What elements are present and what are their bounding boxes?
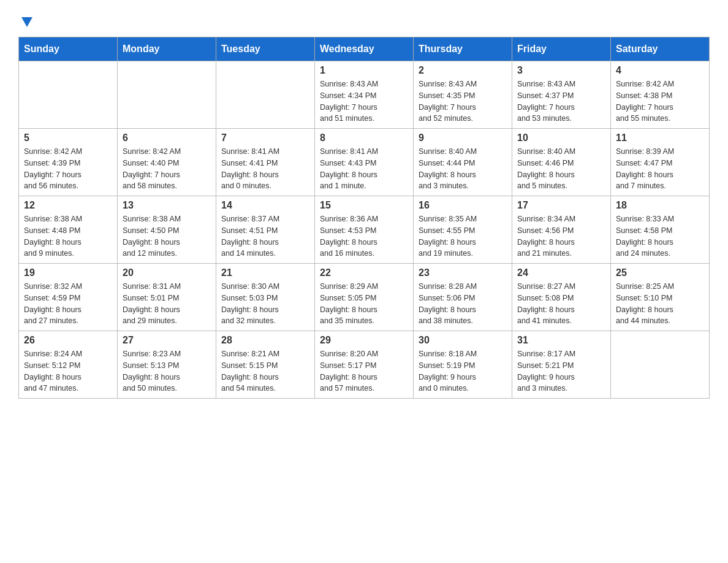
header (18, 12, 710, 25)
weekday-header-friday: Friday (512, 37, 611, 61)
week-row-3: 12Sunrise: 8:38 AM Sunset: 4:48 PM Dayli… (19, 196, 710, 264)
day-number: 22 (320, 267, 408, 278)
day-cell-20: 20Sunrise: 8:31 AM Sunset: 5:01 PM Dayli… (118, 264, 216, 331)
day-info: Sunrise: 8:38 AM Sunset: 4:48 PM Dayligh… (24, 213, 112, 259)
day-number: 14 (221, 200, 309, 211)
day-number: 20 (123, 267, 211, 278)
day-number: 28 (221, 335, 309, 346)
day-number: 30 (419, 335, 507, 346)
day-cell-25: 25Sunrise: 8:25 AM Sunset: 5:10 PM Dayli… (611, 264, 710, 331)
day-number: 19 (24, 267, 112, 278)
day-cell-9: 9Sunrise: 8:40 AM Sunset: 4:44 PM Daylig… (414, 129, 512, 196)
day-cell-5: 5Sunrise: 8:42 AM Sunset: 4:39 PM Daylig… (19, 129, 118, 196)
day-number: 6 (123, 132, 211, 144)
day-info: Sunrise: 8:36 AM Sunset: 4:53 PM Dayligh… (320, 213, 408, 259)
day-cell-3: 3Sunrise: 8:43 AM Sunset: 4:37 PM Daylig… (512, 61, 611, 129)
day-info: Sunrise: 8:34 AM Sunset: 4:56 PM Dayligh… (517, 213, 605, 259)
day-cell-21: 21Sunrise: 8:30 AM Sunset: 5:03 PM Dayli… (216, 264, 315, 331)
week-row-2: 5Sunrise: 8:42 AM Sunset: 4:39 PM Daylig… (19, 129, 710, 196)
day-info: Sunrise: 8:42 AM Sunset: 4:38 PM Dayligh… (616, 79, 704, 124)
calendar: SundayMondayTuesdayWednesdayThursdayFrid… (18, 37, 710, 399)
day-info: Sunrise: 8:29 AM Sunset: 5:05 PM Dayligh… (320, 281, 408, 327)
day-info: Sunrise: 8:27 AM Sunset: 5:08 PM Dayligh… (517, 281, 605, 327)
day-info: Sunrise: 8:41 AM Sunset: 4:43 PM Dayligh… (320, 146, 408, 192)
day-cell-13: 13Sunrise: 8:38 AM Sunset: 4:50 PM Dayli… (118, 196, 216, 264)
day-info: Sunrise: 8:25 AM Sunset: 5:10 PM Dayligh… (616, 281, 704, 327)
day-cell-28: 28Sunrise: 8:21 AM Sunset: 5:15 PM Dayli… (216, 331, 315, 399)
day-number: 21 (221, 267, 309, 278)
empty-cell (19, 61, 118, 129)
day-cell-16: 16Sunrise: 8:35 AM Sunset: 4:55 PM Dayli… (414, 196, 512, 264)
day-cell-31: 31Sunrise: 8:17 AM Sunset: 5:21 PM Dayli… (512, 331, 611, 399)
empty-cell (216, 61, 315, 129)
day-number: 10 (517, 132, 605, 144)
day-cell-23: 23Sunrise: 8:28 AM Sunset: 5:06 PM Dayli… (414, 264, 512, 331)
day-cell-4: 4Sunrise: 8:42 AM Sunset: 4:38 PM Daylig… (611, 61, 710, 129)
day-number: 27 (123, 335, 211, 346)
weekday-header-monday: Monday (118, 37, 216, 61)
day-info: Sunrise: 8:43 AM Sunset: 4:37 PM Dayligh… (517, 79, 605, 124)
day-number: 1 (320, 65, 408, 76)
day-info: Sunrise: 8:42 AM Sunset: 4:40 PM Dayligh… (123, 146, 211, 192)
day-number: 11 (616, 132, 704, 144)
day-info: Sunrise: 8:43 AM Sunset: 4:34 PM Dayligh… (320, 79, 408, 124)
day-info: Sunrise: 8:33 AM Sunset: 4:58 PM Dayligh… (616, 213, 704, 259)
day-cell-18: 18Sunrise: 8:33 AM Sunset: 4:58 PM Dayli… (611, 196, 710, 264)
day-cell-7: 7Sunrise: 8:41 AM Sunset: 4:41 PM Daylig… (216, 129, 315, 196)
week-row-5: 26Sunrise: 8:24 AM Sunset: 5:12 PM Dayli… (19, 331, 710, 399)
day-info: Sunrise: 8:31 AM Sunset: 5:01 PM Dayligh… (123, 281, 211, 327)
day-cell-1: 1Sunrise: 8:43 AM Sunset: 4:34 PM Daylig… (315, 61, 414, 129)
day-number: 2 (419, 65, 507, 76)
day-cell-26: 26Sunrise: 8:24 AM Sunset: 5:12 PM Dayli… (19, 331, 118, 399)
day-number: 26 (24, 335, 112, 346)
weekday-header-row: SundayMondayTuesdayWednesdayThursdayFrid… (19, 37, 710, 61)
weekday-header-saturday: Saturday (611, 37, 710, 61)
day-info: Sunrise: 8:40 AM Sunset: 4:44 PM Dayligh… (419, 146, 507, 192)
day-info: Sunrise: 8:21 AM Sunset: 5:15 PM Dayligh… (221, 348, 309, 394)
day-info: Sunrise: 8:24 AM Sunset: 5:12 PM Dayligh… (24, 348, 112, 394)
day-number: 31 (517, 335, 605, 346)
day-number: 4 (616, 65, 704, 76)
day-info: Sunrise: 8:41 AM Sunset: 4:41 PM Dayligh… (221, 146, 309, 192)
day-number: 7 (221, 132, 309, 144)
day-cell-19: 19Sunrise: 8:32 AM Sunset: 4:59 PM Dayli… (19, 264, 118, 331)
day-info: Sunrise: 8:17 AM Sunset: 5:21 PM Dayligh… (517, 348, 605, 394)
day-number: 5 (24, 132, 112, 144)
day-cell-6: 6Sunrise: 8:42 AM Sunset: 4:40 PM Daylig… (118, 129, 216, 196)
day-number: 12 (24, 200, 112, 211)
weekday-header-thursday: Thursday (414, 37, 512, 61)
day-number: 3 (517, 65, 605, 76)
day-info: Sunrise: 8:40 AM Sunset: 4:46 PM Dayligh… (517, 146, 605, 192)
day-cell-14: 14Sunrise: 8:37 AM Sunset: 4:51 PM Dayli… (216, 196, 315, 264)
day-info: Sunrise: 8:35 AM Sunset: 4:55 PM Dayligh… (419, 213, 507, 259)
logo-arrow-icon (20, 15, 34, 28)
day-info: Sunrise: 8:18 AM Sunset: 5:19 PM Dayligh… (419, 348, 507, 394)
day-info: Sunrise: 8:43 AM Sunset: 4:35 PM Dayligh… (419, 79, 507, 124)
day-number: 24 (517, 267, 605, 278)
day-number: 18 (616, 200, 704, 211)
day-info: Sunrise: 8:30 AM Sunset: 5:03 PM Dayligh… (221, 281, 309, 327)
day-cell-10: 10Sunrise: 8:40 AM Sunset: 4:46 PM Dayli… (512, 129, 611, 196)
day-number: 29 (320, 335, 408, 346)
day-cell-24: 24Sunrise: 8:27 AM Sunset: 5:08 PM Dayli… (512, 264, 611, 331)
day-number: 15 (320, 200, 408, 211)
day-cell-15: 15Sunrise: 8:36 AM Sunset: 4:53 PM Dayli… (315, 196, 414, 264)
day-cell-22: 22Sunrise: 8:29 AM Sunset: 5:05 PM Dayli… (315, 264, 414, 331)
day-number: 23 (419, 267, 507, 278)
empty-cell (118, 61, 216, 129)
day-cell-27: 27Sunrise: 8:23 AM Sunset: 5:13 PM Dayli… (118, 331, 216, 399)
empty-cell (611, 331, 710, 399)
day-info: Sunrise: 8:23 AM Sunset: 5:13 PM Dayligh… (123, 348, 211, 394)
day-number: 17 (517, 200, 605, 211)
svg-marker-0 (21, 17, 32, 27)
day-number: 16 (419, 200, 507, 211)
day-cell-30: 30Sunrise: 8:18 AM Sunset: 5:19 PM Dayli… (414, 331, 512, 399)
day-info: Sunrise: 8:39 AM Sunset: 4:47 PM Dayligh… (616, 146, 704, 192)
logo (18, 12, 34, 25)
week-row-1: 1Sunrise: 8:43 AM Sunset: 4:34 PM Daylig… (19, 61, 710, 129)
day-cell-11: 11Sunrise: 8:39 AM Sunset: 4:47 PM Dayli… (611, 129, 710, 196)
day-cell-12: 12Sunrise: 8:38 AM Sunset: 4:48 PM Dayli… (19, 196, 118, 264)
day-info: Sunrise: 8:38 AM Sunset: 4:50 PM Dayligh… (123, 213, 211, 259)
day-cell-8: 8Sunrise: 8:41 AM Sunset: 4:43 PM Daylig… (315, 129, 414, 196)
day-info: Sunrise: 8:42 AM Sunset: 4:39 PM Dayligh… (24, 146, 112, 192)
